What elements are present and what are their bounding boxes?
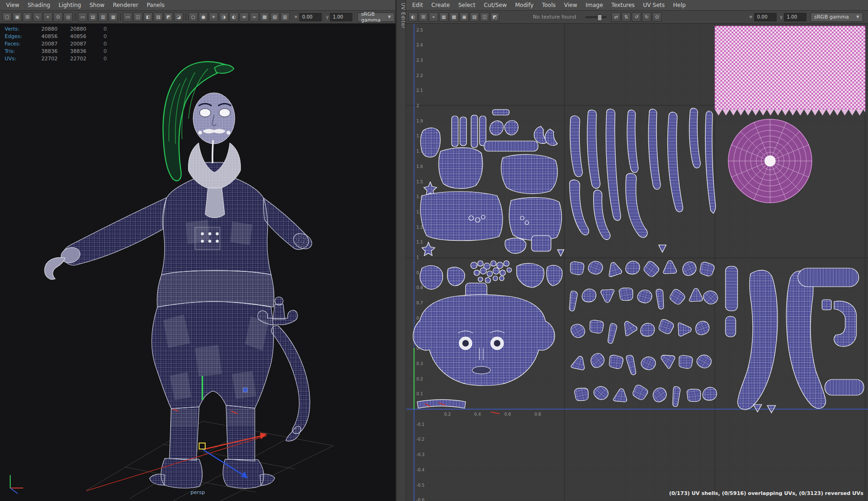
safe-action-icon[interactable]: ◩: [164, 13, 173, 22]
hud-stat-label: Edges:: [5, 33, 29, 39]
menu-edit[interactable]: Edit: [408, 2, 427, 8]
menu-shading[interactable]: Shading: [23, 2, 54, 8]
uv-view-transform-dropdown[interactable]: sRGB gamma ▼: [810, 13, 863, 22]
flip-v-icon[interactable]: ⇅: [622, 13, 631, 22]
exposure-icon: ☀: [294, 14, 298, 19]
make-live-icon[interactable]: ◎: [64, 13, 73, 22]
menu-view[interactable]: View: [560, 2, 581, 8]
exposure-field[interactable]: ☀ 0.00: [294, 13, 322, 21]
rotate-cw-icon[interactable]: ↻: [642, 13, 651, 22]
viewport-toolbar: ▢▣⊞∿⌖⊙◎▭▤▥▦▭◫◧▨◩◪○●☀◑◐≡≈▩▧▥ ☀ 0.00 γ 1.0…: [0, 11, 395, 24]
ambient-occlusion-icon[interactable]: ◐: [229, 13, 239, 22]
snap-view-icon[interactable]: ⊙: [53, 13, 63, 22]
icon-glyph: ≡: [242, 13, 246, 21]
uv-shell-radial-disc[interactable]: [728, 119, 812, 203]
snap-curve-icon[interactable]: ∿: [33, 13, 42, 22]
icon-glyph: ◪: [176, 13, 181, 21]
menu-modify[interactable]: Modify: [511, 2, 538, 8]
menu-select[interactable]: Select: [454, 2, 479, 8]
gamma-value[interactable]: 1.00: [330, 13, 352, 21]
menu-renderer[interactable]: Renderer: [109, 2, 143, 8]
icon-glyph: ▦: [111, 13, 115, 21]
menu-cut-sew[interactable]: Cut/Sew: [479, 2, 511, 8]
gate-mask-icon[interactable]: ◧: [143, 13, 153, 22]
shadows-icon[interactable]: ◑: [219, 13, 228, 22]
safe-title-icon[interactable]: ◪: [174, 13, 183, 22]
uv-borders-icon[interactable]: ▣: [460, 13, 469, 22]
gamma-field[interactable]: γ 1.00: [326, 13, 352, 21]
image-plane-icon[interactable]: ▦: [109, 13, 118, 22]
field-chart-icon[interactable]: ▨: [154, 13, 163, 22]
character-model[interactable]: [45, 162, 315, 488]
uv-exposure-field[interactable]: ☀ 0.00: [749, 13, 777, 21]
camera-lock-icon[interactable]: ▭: [78, 13, 87, 22]
film-gate-icon[interactable]: ▭: [123, 13, 132, 22]
anti-alias-icon[interactable]: ≈: [250, 13, 259, 22]
view-transform-dropdown[interactable]: sRGB gamma ▼: [357, 13, 395, 22]
menu-uv-sets[interactable]: UV Sets: [639, 2, 669, 8]
manipulator-center[interactable]: [199, 443, 205, 449]
flip-u-icon[interactable]: ⇄: [611, 13, 621, 22]
uv-canvas-svg[interactable]: 2.52.42.32.22.121.91.81.71.61.51.41.31.2…: [406, 23, 868, 501]
dim-image-icon[interactable]: ◐: [408, 13, 418, 22]
camera-attributes-icon[interactable]: ▤: [88, 13, 97, 22]
ruler-label: 1.9: [416, 119, 423, 123]
ruler-label: 1.5: [416, 180, 423, 184]
wireframe-on-shaded-icon[interactable]: ▧: [270, 13, 279, 22]
menu-textures[interactable]: Textures: [607, 2, 639, 8]
snap-uv-icon[interactable]: ⊙: [652, 13, 661, 22]
hud-stat-total: 20880: [29, 26, 58, 32]
motion-blur-icon[interactable]: ≡: [240, 13, 249, 22]
icon-glyph: ▢: [5, 13, 9, 21]
uv-exposure-value[interactable]: 0.00: [754, 13, 777, 21]
exposure-value[interactable]: 0.00: [299, 13, 322, 21]
hud-stat-total: 20087: [29, 41, 58, 47]
select-component-icon[interactable]: ▣: [13, 13, 22, 22]
menu-create[interactable]: Create: [427, 2, 454, 8]
view-transform-value: sRGB gamma: [361, 11, 381, 23]
dim-slider-knob[interactable]: [597, 14, 602, 21]
checker-texture-swatch: [715, 26, 865, 116]
uv-gamma-value[interactable]: 1.00: [784, 13, 806, 21]
menu-image[interactable]: Image: [582, 2, 608, 8]
uv-gamma-field[interactable]: γ 1.00: [780, 13, 806, 21]
menu-show[interactable]: Show: [85, 2, 109, 8]
icon-glyph: ◫: [136, 13, 140, 21]
checker-map-icon[interactable]: ◫: [480, 13, 489, 22]
viewport-canvas[interactable]: [0, 23, 395, 501]
icon-glyph: ▨: [472, 13, 476, 21]
pixel-snap-icon[interactable]: ⌖: [429, 13, 438, 22]
shaded-uvs-icon[interactable]: ▩: [449, 13, 459, 22]
menu-tools[interactable]: Tools: [538, 2, 560, 8]
xray-icon[interactable]: ▩: [260, 13, 269, 22]
textured-icon[interactable]: ▥: [280, 13, 290, 22]
menu-view[interactable]: View: [2, 2, 23, 8]
snap-point-icon[interactable]: ⌖: [43, 13, 52, 22]
dim-slider[interactable]: [585, 16, 607, 18]
textured-uv-icon[interactable]: ▦: [439, 13, 448, 22]
viewport-3d[interactable]: Verts: 20880 20880 0 Edges: 40856 40856 …: [0, 23, 395, 501]
snap-grid-icon[interactable]: ⊞: [23, 13, 32, 22]
isolate-select-icon[interactable]: ◩: [490, 13, 499, 22]
lighting-icon[interactable]: ☀: [209, 13, 218, 22]
ruler-label: 0.7: [416, 301, 423, 305]
icon-glyph: ◐: [411, 13, 415, 21]
separator[interactable]: [120, 13, 121, 21]
ruler-label: 0.8: [416, 285, 423, 290]
view-grid-icon[interactable]: ⊞: [419, 13, 428, 22]
uv-editor-tab[interactable]: UV Editor: [396, 0, 406, 501]
rotate-ccw-icon[interactable]: ↺: [632, 13, 641, 22]
frame-selected-icon[interactable]: ●: [199, 13, 208, 22]
icon-glyph: ▨: [156, 13, 160, 21]
select-object-icon[interactable]: ▢: [2, 13, 12, 22]
resolution-gate-icon[interactable]: ◫: [133, 13, 143, 22]
separator[interactable]: [75, 13, 76, 21]
menu-lighting[interactable]: Lighting: [54, 2, 85, 8]
uv-workspace[interactable]: 2.52.42.32.22.121.91.81.71.61.51.41.31.2…: [406, 23, 868, 501]
separator[interactable]: [186, 13, 186, 21]
menu-help[interactable]: Help: [669, 2, 690, 8]
distortion-icon[interactable]: ▨: [470, 13, 479, 22]
frame-all-icon[interactable]: ○: [188, 13, 198, 22]
menu-panels[interactable]: Panels: [143, 2, 169, 8]
bookmark-icon[interactable]: ▥: [98, 13, 108, 22]
